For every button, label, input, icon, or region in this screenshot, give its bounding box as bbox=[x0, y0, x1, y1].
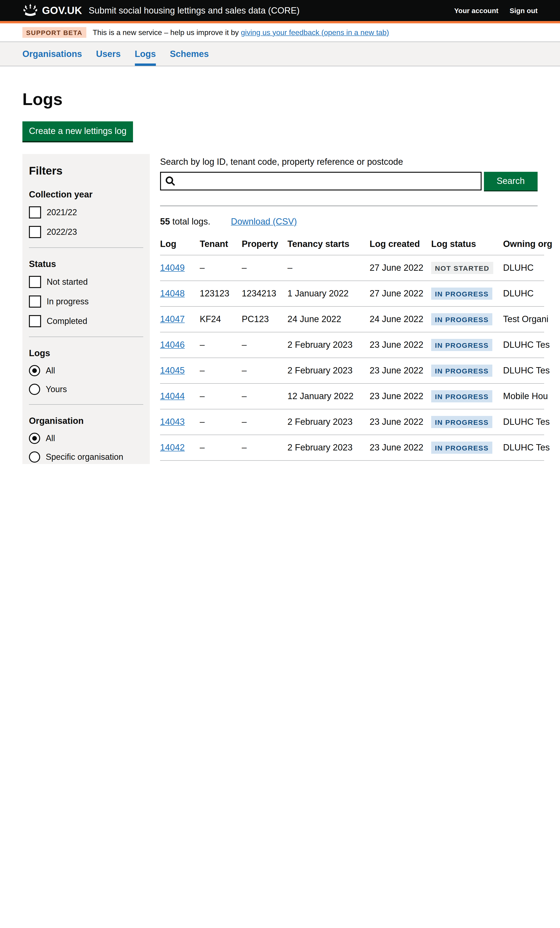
checkbox-box[interactable] bbox=[29, 206, 41, 218]
tenancy-starts-cell: 1 January 2022 bbox=[287, 281, 369, 307]
radio-label: All bbox=[46, 433, 55, 443]
table-row: 14047 KF24 PC123 24 June 2022 24 June 20… bbox=[160, 307, 544, 332]
table-row: 14048 123123 1234213 1 January 2022 27 J… bbox=[160, 281, 544, 307]
checkbox-box[interactable] bbox=[29, 315, 41, 327]
search-button[interactable]: Search bbox=[484, 172, 538, 191]
log-link[interactable]: 14047 bbox=[160, 314, 185, 324]
tenant-cell: – bbox=[200, 435, 242, 461]
radio-button[interactable] bbox=[29, 365, 40, 376]
logs-table: Log Tenant Property Tenancy starts Log c… bbox=[160, 239, 544, 464]
search-box bbox=[160, 172, 481, 191]
property-cell: – bbox=[242, 332, 287, 358]
sign-out-link[interactable]: Sign out bbox=[510, 6, 538, 14]
radio-button[interactable] bbox=[29, 433, 40, 444]
log-link[interactable]: 14043 bbox=[160, 417, 185, 427]
tenancy-starts-cell: 2 February 2023 bbox=[287, 435, 369, 461]
nav-item-schemes[interactable]: Schemes bbox=[170, 42, 209, 66]
total-logs-text: 55 total logs. bbox=[160, 217, 211, 227]
radio-label: All bbox=[46, 366, 55, 375]
column-header-log-created: Log created bbox=[369, 239, 431, 255]
tenancy-starts-cell: 24 June 2022 bbox=[287, 307, 369, 332]
tenant-cell: – bbox=[200, 358, 242, 383]
download-csv-link[interactable]: Download (CSV) bbox=[231, 217, 297, 227]
tenant-cell: 123123 bbox=[200, 281, 242, 307]
checkbox-label: In progress bbox=[47, 297, 89, 307]
radio-organisation-all[interactable]: All bbox=[29, 433, 143, 444]
radio-label: Yours bbox=[46, 385, 67, 394]
checkbox-in-progress[interactable]: In progress bbox=[29, 296, 143, 308]
checkbox-box[interactable] bbox=[29, 296, 41, 308]
property-cell: – bbox=[242, 461, 287, 464]
log-link[interactable]: 14046 bbox=[160, 340, 185, 350]
govuk-header: GOV.UK Submit social housing lettings an… bbox=[0, 0, 560, 23]
owning-org-cell: DLUHC bbox=[503, 461, 544, 464]
radio-button[interactable] bbox=[29, 384, 40, 395]
status-heading: Status bbox=[29, 259, 143, 269]
nav-item-organisations[interactable]: Organisations bbox=[22, 42, 82, 66]
phase-banner: SUPPORT BETA This is a new service – hel… bbox=[0, 23, 560, 42]
create-lettings-log-button[interactable]: Create a new lettings log bbox=[22, 121, 133, 141]
phase-banner-text: This is a new service – help us improve … bbox=[93, 28, 389, 37]
log-link[interactable]: 14044 bbox=[160, 391, 185, 401]
tenancy-starts-cell: 12 January 2022 bbox=[287, 383, 369, 409]
filter-divider bbox=[29, 337, 143, 337]
logs-table-body: 14049 – – – 27 June 2022 NOT STARTED DLU… bbox=[160, 255, 544, 464]
checkbox-box[interactable] bbox=[29, 276, 41, 288]
owning-org-cell: DLUHC Tes bbox=[503, 409, 544, 435]
log-created-cell: 23 June 2022 bbox=[369, 358, 431, 383]
column-header-tenancy-starts: Tenancy starts bbox=[287, 239, 369, 255]
main-content: Logs Create a new lettings log Filters C… bbox=[0, 90, 560, 464]
crown-icon bbox=[22, 3, 38, 18]
feedback-link[interactable]: giving us your feedback (opens in a new … bbox=[241, 28, 389, 36]
radio-logs-all[interactable]: All bbox=[29, 365, 143, 376]
log-link[interactable]: 14048 bbox=[160, 288, 185, 298]
organisation-filter-heading: Organisation bbox=[29, 416, 143, 426]
primary-nav: Organisations Users Logs Schemes bbox=[0, 42, 560, 66]
govuk-logo-link[interactable]: GOV.UK bbox=[22, 3, 82, 18]
status-badge: IN PROGRESS bbox=[431, 390, 492, 402]
your-account-link[interactable]: Your account bbox=[454, 6, 498, 14]
column-header-tenant: Tenant bbox=[200, 239, 242, 255]
status-badge: IN PROGRESS bbox=[431, 287, 492, 300]
nav-item-logs[interactable]: Logs bbox=[134, 42, 156, 66]
service-name-link[interactable]: Submit social housing lettings and sales… bbox=[89, 5, 300, 16]
column-header-owning-org: Owning org bbox=[503, 239, 544, 255]
status-badge: IN PROGRESS bbox=[431, 365, 492, 377]
table-header-row: Log Tenant Property Tenancy starts Log c… bbox=[160, 239, 544, 255]
log-link[interactable]: 14042 bbox=[160, 443, 185, 452]
radio-organisation-specific[interactable]: Specific organisation bbox=[29, 452, 143, 462]
filters-heading: Filters bbox=[29, 164, 143, 177]
table-row: 14041 – – 2 February 2023 23 June 2022 I… bbox=[160, 461, 544, 464]
checkbox-2022-23[interactable]: 2022/23 bbox=[29, 226, 143, 238]
radio-logs-yours[interactable]: Yours bbox=[29, 384, 143, 395]
property-cell: – bbox=[242, 358, 287, 383]
checkbox-box[interactable] bbox=[29, 226, 41, 238]
owning-org-cell: Test Organi bbox=[503, 307, 544, 332]
checkbox-not-started[interactable]: Not started bbox=[29, 276, 143, 288]
tenancy-starts-cell: 2 February 2023 bbox=[287, 461, 369, 464]
tenancy-starts-cell: 2 February 2023 bbox=[287, 332, 369, 358]
checkbox-2021-22[interactable]: 2021/22 bbox=[29, 206, 143, 218]
log-created-cell: 23 June 2022 bbox=[369, 383, 431, 409]
radio-button[interactable] bbox=[29, 452, 40, 462]
log-link[interactable]: 14049 bbox=[160, 263, 185, 273]
filter-divider bbox=[29, 404, 143, 405]
page-title: Logs bbox=[22, 90, 538, 109]
table-row: 14046 – – 2 February 2023 23 June 2022 I… bbox=[160, 332, 544, 358]
log-created-cell: 27 June 2022 bbox=[369, 281, 431, 307]
checkbox-completed[interactable]: Completed bbox=[29, 315, 143, 327]
search-label: Search by log ID, tenant code, property … bbox=[160, 157, 538, 167]
log-link[interactable]: 14045 bbox=[160, 365, 185, 375]
tenant-cell: – bbox=[200, 332, 242, 358]
govuk-logo-text: GOV.UK bbox=[42, 5, 82, 17]
search-input[interactable] bbox=[160, 172, 481, 191]
log-created-cell: 23 June 2022 bbox=[369, 461, 431, 464]
log-created-cell: 23 June 2022 bbox=[369, 332, 431, 358]
nav-item-users[interactable]: Users bbox=[96, 42, 121, 66]
table-row: 14044 – – 12 January 2022 23 June 2022 I… bbox=[160, 383, 544, 409]
owning-org-cell: DLUHC Tes bbox=[503, 435, 544, 461]
collection-year-heading: Collection year bbox=[29, 189, 143, 200]
tenancy-starts-cell: 2 February 2023 bbox=[287, 358, 369, 383]
tenant-cell: – bbox=[200, 461, 242, 464]
table-row: 14049 – – – 27 June 2022 NOT STARTED DLU… bbox=[160, 255, 544, 281]
